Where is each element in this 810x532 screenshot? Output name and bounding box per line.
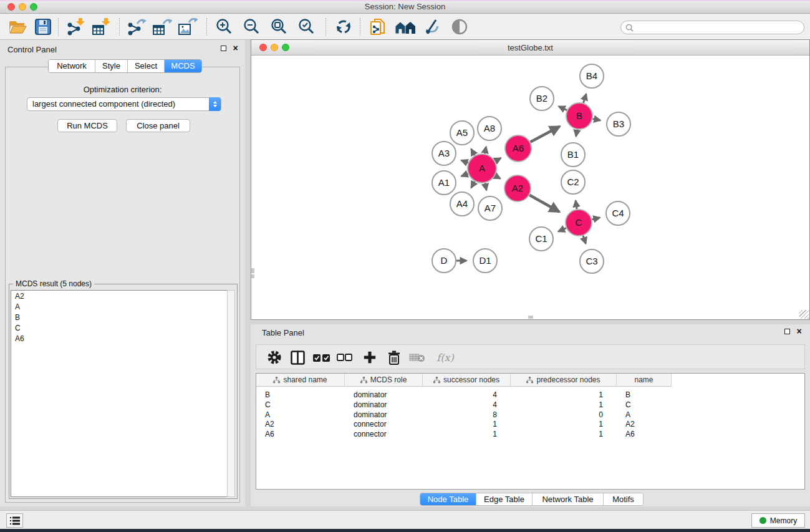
graph-edge-A2-C[interactable] — [529, 195, 559, 212]
graph-edge-A-A5[interactable] — [471, 149, 475, 155]
window-resize-grip[interactable] — [799, 310, 809, 319]
table-cell[interactable]: 1 — [423, 419, 497, 429]
table-cell[interactable]: 4 — [423, 400, 497, 410]
table-cell[interactable]: 1 — [511, 429, 603, 439]
export-network-button[interactable] — [127, 17, 147, 37]
select-all-button[interactable] — [312, 349, 330, 365]
search-field[interactable] — [620, 21, 804, 34]
table-cell[interactable]: 8 — [423, 410, 497, 420]
mcds-result-item[interactable]: A — [11, 301, 228, 312]
table-tab-edge-table[interactable]: Edge Table — [476, 493, 533, 505]
refresh-layout-button[interactable] — [334, 17, 354, 37]
function-builder-button[interactable]: f(x) — [433, 349, 458, 365]
new-network-from-selection-button[interactable] — [368, 17, 388, 37]
network-minimize-traffic-light[interactable] — [271, 44, 278, 51]
graph-edge-C-C2[interactable] — [576, 201, 577, 210]
delete-column-button[interactable] — [385, 349, 403, 365]
toggle-view-button[interactable] — [450, 17, 470, 37]
graph-edge-B-B1[interactable] — [576, 130, 577, 137]
import-network-button[interactable] — [65, 17, 85, 37]
zoom-fit-button[interactable] — [269, 17, 289, 37]
table-settings-button[interactable] — [266, 349, 283, 365]
deselect-all-button[interactable] — [335, 349, 353, 365]
mcds-result-item[interactable]: A2 — [11, 291, 228, 301]
open-session-button[interactable] — [7, 17, 27, 37]
control-tab-network[interactable]: Network — [49, 60, 95, 72]
run-mcds-button[interactable]: Run MCDS — [57, 119, 117, 132]
graph-edge-A-A7[interactable] — [485, 183, 486, 190]
close-panel-icon[interactable]: × — [232, 45, 239, 52]
table-cell[interactable]: 4 — [423, 390, 497, 400]
table-cell[interactable]: B — [256, 390, 331, 400]
table-tab-network-table[interactable]: Network Table — [533, 493, 604, 505]
graph-edge-A-A6[interactable] — [495, 158, 501, 161]
network-zoom-traffic-light[interactable] — [282, 44, 289, 51]
network-graph-canvas[interactable]: B4B2BB3A5A8A6A3AB1A1C2A4A7A2CC4C1C3DD1 — [251, 56, 809, 319]
zoom-selected-button[interactable] — [297, 17, 317, 37]
show-hide-graphics-details-button[interactable] — [422, 17, 442, 37]
close-traffic-light[interactable] — [7, 3, 15, 11]
save-session-button[interactable] — [33, 17, 53, 37]
table-cell[interactable]: A6 — [256, 429, 331, 439]
table-cell[interactable]: C — [256, 400, 331, 410]
zoom-out-button[interactable] — [242, 17, 262, 37]
graph-edge-C-C3[interactable] — [583, 236, 586, 244]
control-tab-select[interactable]: Select — [128, 60, 165, 72]
mcds-result-item[interactable]: C — [11, 322, 228, 333]
mcds-result-item[interactable]: A6 — [11, 333, 228, 344]
table-cell[interactable]: 1 — [511, 400, 603, 410]
table-cell[interactable]: 1 — [423, 429, 497, 439]
node-table[interactable]: shared nameMCDS rolesuccessor nodesprede… — [256, 373, 805, 490]
control-tab-style[interactable]: Style — [95, 60, 128, 72]
table-header-shared-name[interactable]: shared name — [256, 374, 345, 387]
table-header-successor-nodes[interactable]: successor nodes — [423, 374, 511, 387]
float-panel-icon[interactable] — [220, 45, 227, 52]
table-cell[interactable]: connector — [345, 419, 409, 429]
table-cell[interactable]: 1 — [511, 390, 603, 400]
table-cell[interactable]: A2 — [256, 419, 331, 429]
add-column-button[interactable] — [361, 349, 378, 365]
table-header-MCDS-role[interactable]: MCDS role — [345, 374, 423, 387]
zoom-traffic-light[interactable] — [30, 3, 37, 11]
close-panel-button[interactable]: Close panel — [126, 119, 190, 132]
float-table-panel-icon[interactable] — [784, 328, 791, 335]
minimize-traffic-light[interactable] — [19, 3, 26, 11]
graph-edge-A-A1[interactable] — [461, 173, 468, 176]
table-cell[interactable]: dominator — [345, 390, 409, 400]
table-cell[interactable]: C — [617, 400, 658, 410]
table-cell[interactable]: connector — [345, 429, 409, 439]
delete-table-button[interactable] — [408, 349, 426, 365]
table-cell[interactable]: A2 — [617, 419, 658, 429]
graph-edge-A-A8[interactable] — [485, 147, 486, 153]
mcds-result-item[interactable]: B — [11, 312, 228, 322]
graph-edge-B-B2[interactable] — [559, 107, 567, 110]
network-window-titlebar[interactable]: testGlobe.txt — [251, 40, 809, 56]
export-image-button[interactable] — [178, 17, 198, 37]
table-header-predecessor-nodes[interactable]: predecessor nodes — [511, 374, 617, 387]
table-cell[interactable]: A — [617, 410, 658, 420]
table-cell[interactable]: A6 — [617, 429, 658, 439]
split-view-button[interactable] — [289, 349, 306, 365]
zoom-in-button[interactable] — [215, 17, 234, 37]
graph-edge-A-A4[interactable] — [471, 181, 475, 188]
graph-edge-B-B3[interactable] — [593, 118, 600, 120]
table-header-name[interactable]: name — [617, 374, 672, 387]
table-tab-motifs[interactable]: Motifs — [604, 493, 643, 505]
memory-button[interactable]: Memory — [751, 513, 805, 528]
network-close-traffic-light[interactable] — [259, 44, 267, 51]
table-cell[interactable]: 1 — [511, 419, 603, 429]
mcds-list-scrollbar[interactable] — [227, 290, 235, 497]
import-table-button[interactable] — [91, 17, 111, 37]
table-cell[interactable]: A — [256, 410, 331, 420]
table-tab-node-table[interactable]: Node Table — [420, 493, 476, 505]
close-table-panel-icon[interactable]: × — [796, 328, 803, 335]
home-button[interactable] — [393, 17, 417, 37]
graph-edge-A-A3[interactable] — [461, 160, 468, 163]
table-cell[interactable]: 0 — [511, 410, 603, 420]
graph-edge-C-C4[interactable] — [592, 218, 600, 220]
graph-edge-A-A2[interactable] — [495, 176, 500, 179]
criterion-select[interactable]: largest connected component (directed) — [27, 97, 221, 111]
table-cell[interactable]: B — [617, 390, 658, 400]
graph-edge-A6-B[interactable] — [530, 127, 559, 142]
table-cell[interactable]: dominator — [345, 410, 409, 420]
